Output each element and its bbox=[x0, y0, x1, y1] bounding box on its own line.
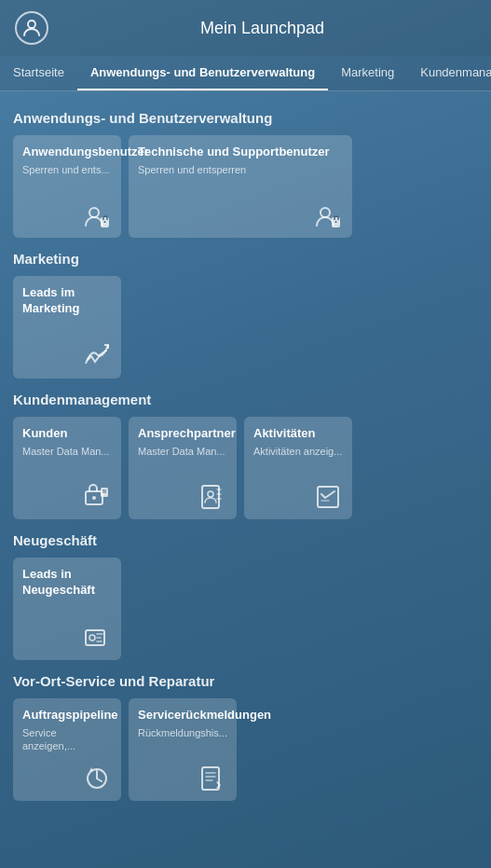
svg-point-4 bbox=[321, 208, 330, 217]
card-title: Anwendungsbenutzer bbox=[22, 145, 112, 160]
svg-point-1 bbox=[89, 208, 99, 217]
card-title: Aktivitäten bbox=[253, 426, 343, 442]
nav-anwendungs[interactable]: Anwendungs- und Benutzerverwaltung bbox=[77, 56, 328, 90]
card-leads-marketing[interactable]: Leads im Marketing bbox=[13, 276, 121, 379]
svg-point-8 bbox=[92, 496, 96, 500]
card-anwendungsbenutzer[interactable]: Anwendungsbenutzer Sperren und ents... bbox=[13, 135, 121, 238]
ansprechpartner-icon bbox=[138, 482, 227, 512]
card-title: Technische und Supportbenutzer bbox=[138, 145, 343, 160]
cards-row-vor-ort: Auftragspipeline Service anzeigen,... Se… bbox=[13, 698, 478, 801]
card-serviceruckmeldungen[interactable]: Servicerückmeldungen Rückmeldungshis... bbox=[129, 698, 237, 801]
header: Mein Launchpad bbox=[0, 0, 491, 56]
card-title: Servicerückmeldungen bbox=[138, 708, 227, 723]
card-aktivitaeten[interactable]: Aktivitäten Aktivitäten anzeig... bbox=[244, 417, 352, 519]
card-technische-supportbenutzer[interactable]: Technische und Supportbenutzer Sperren u… bbox=[129, 135, 352, 238]
cards-row-kunden: Kunden Master Data Man... Ansprechpartne… bbox=[13, 417, 478, 519]
avatar[interactable] bbox=[15, 11, 48, 45]
card-subtitle: Rückmeldungshis... bbox=[138, 726, 227, 739]
svg-point-14 bbox=[89, 635, 95, 641]
svg-point-0 bbox=[28, 21, 35, 28]
section-heading-vor-ort: Vor-Ort-Service und Reparatur bbox=[13, 673, 478, 689]
cards-row-neugeschaeft: Leads in Neugeschäft bbox=[13, 558, 478, 660]
card-auftragspipeline[interactable]: Auftragspipeline Service anzeigen,... bbox=[13, 698, 121, 801]
section-heading-neugeschaeft: Neugeschäft bbox=[13, 532, 478, 548]
nav-bar: Startseite Anwendungs- und Benutzerverwa… bbox=[0, 56, 491, 91]
nav-kunden[interactable]: Kundenmanagement bbox=[407, 56, 491, 90]
main-content: Anwendungs- und Benutzerverwaltung Anwen… bbox=[0, 91, 491, 825]
page-title: Mein Launchpad bbox=[48, 19, 476, 38]
card-kunden[interactable]: Kunden Master Data Man... bbox=[13, 417, 121, 519]
kunden-icon bbox=[22, 482, 112, 512]
card-subtitle: Master Data Man... bbox=[22, 445, 112, 458]
card-title: Kunden bbox=[22, 426, 112, 442]
nav-startseite[interactable]: Startseite bbox=[0, 56, 77, 90]
section-heading-marketing: Marketing bbox=[13, 251, 478, 267]
section-heading-anwendungs: Anwendungs- und Benutzerverwaltung bbox=[13, 110, 478, 126]
technische-icon bbox=[138, 200, 343, 230]
auftragspipeline-icon bbox=[22, 764, 112, 793]
svg-rect-16 bbox=[202, 767, 219, 790]
card-subtitle: Master Data Man... bbox=[138, 445, 227, 458]
card-leads-neugeschaeft[interactable]: Leads in Neugeschäft bbox=[13, 558, 121, 660]
card-ansprechpartner[interactable]: Ansprechpartner Master Data Man... bbox=[129, 417, 237, 519]
card-subtitle: Aktivitäten anzeig... bbox=[253, 445, 343, 458]
card-subtitle: Sperren und ents... bbox=[22, 163, 112, 176]
cards-row-anwendungs: Anwendungsbenutzer Sperren und ents... T… bbox=[13, 135, 478, 238]
svg-point-6 bbox=[335, 221, 337, 223]
anwendungsbenutzer-icon bbox=[22, 200, 112, 230]
section-heading-kunden: Kundenmanagement bbox=[13, 392, 478, 407]
nav-marketing[interactable]: Marketing bbox=[328, 56, 407, 90]
card-subtitle: Service anzeigen,... bbox=[22, 726, 112, 753]
card-title: Leads im Marketing bbox=[22, 285, 112, 317]
cards-row-marketing: Leads im Marketing bbox=[13, 276, 478, 379]
serviceruckmeldungen-icon bbox=[138, 764, 227, 793]
card-title: Ansprechpartner bbox=[138, 426, 227, 442]
svg-point-3 bbox=[104, 221, 106, 223]
svg-point-11 bbox=[208, 491, 213, 497]
card-subtitle: Sperren und entsperren bbox=[138, 163, 343, 176]
card-title: Leads in Neugeschäft bbox=[22, 567, 112, 599]
aktivitaeten-icon bbox=[253, 482, 343, 512]
leads-marketing-icon bbox=[22, 341, 112, 371]
card-title: Auftragspipeline bbox=[22, 708, 112, 723]
leads-neugeschaeft-icon bbox=[22, 623, 112, 653]
